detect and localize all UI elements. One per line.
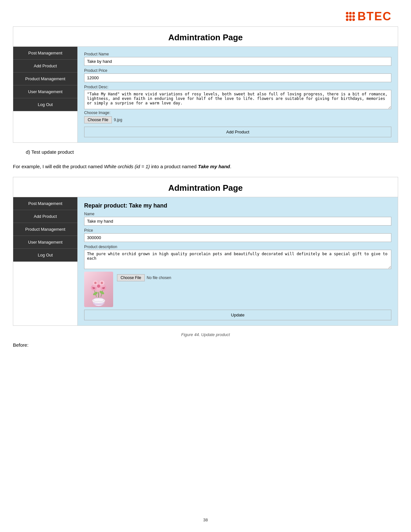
sidebar-item-logout[interactable]: Log Out bbox=[13, 98, 77, 111]
sidebar-item-user-management[interactable]: User Management bbox=[13, 85, 77, 98]
product-price-label: Product Price bbox=[84, 68, 391, 73]
main-content-1: Product Name Product Price Product Desc:… bbox=[78, 47, 398, 142]
logo: BTEC bbox=[346, 10, 392, 23]
sidebar-item-product-management[interactable]: Product Management bbox=[13, 73, 77, 85]
file-input-row-1: Choose File 9.jpg bbox=[84, 116, 391, 123]
file-name-display-1: 9.jpg bbox=[114, 118, 122, 122]
svg-point-8 bbox=[97, 285, 100, 288]
repair-heading: Repair product: Take my hand bbox=[84, 202, 391, 209]
product-description-textarea[interactable] bbox=[84, 250, 391, 269]
sidebar-2-item-user-management[interactable]: User Management bbox=[13, 236, 77, 249]
product-desc-textarea[interactable] bbox=[84, 90, 391, 109]
admin-panel-1: Admintration Page Post Management Add Pr… bbox=[13, 26, 398, 143]
choose-image-label: Choose Image: bbox=[84, 111, 391, 115]
page-number: 38 bbox=[13, 517, 398, 522]
sidebar-item-post-management[interactable]: Post Management bbox=[13, 47, 77, 60]
product-image-container: Choose File No file chosen bbox=[84, 272, 391, 307]
sidebar-2: Post Management Add Product Product Mana… bbox=[13, 197, 78, 325]
sidebar-2-item-post-management[interactable]: Post Management bbox=[13, 197, 77, 210]
italic-text-1: White orchids (id = 1) bbox=[104, 164, 150, 169]
update-button[interactable]: Update bbox=[84, 310, 391, 320]
admin-panel-2: Admintration Page Post Management Add Pr… bbox=[13, 177, 398, 326]
logo-dots-icon bbox=[346, 12, 355, 21]
svg-point-14 bbox=[94, 282, 97, 284]
test-update-item: d) Test update product bbox=[26, 149, 398, 155]
name-label: Name bbox=[84, 212, 391, 216]
product-price-input[interactable] bbox=[84, 73, 391, 82]
before-label: Before: bbox=[13, 342, 398, 348]
main-content-2: Repair product: Take my hand Name Price … bbox=[78, 197, 398, 325]
product-name-input[interactable] bbox=[84, 57, 391, 66]
price-input[interactable] bbox=[84, 233, 391, 242]
svg-point-19 bbox=[93, 285, 97, 287]
name-input[interactable] bbox=[84, 217, 391, 226]
file-chosen-display: No file chosen bbox=[147, 276, 171, 280]
doc-paragraph-1: For example, I will edit the product nam… bbox=[13, 163, 398, 170]
product-description-label: Product description bbox=[84, 245, 391, 249]
sidebar-2-item-logout[interactable]: Log Out bbox=[13, 249, 77, 262]
price-label: Price bbox=[84, 228, 391, 233]
svg-point-18 bbox=[97, 288, 100, 292]
add-product-submit-button[interactable]: Add Product bbox=[84, 127, 391, 137]
svg-point-21 bbox=[92, 298, 105, 303]
flower-bouquet-icon bbox=[84, 272, 113, 307]
panel-title-1: Admintration Page bbox=[13, 27, 398, 47]
choose-file-button-2[interactable]: Choose File bbox=[117, 274, 145, 281]
product-image bbox=[84, 272, 113, 307]
sidebar-1: Post Management Add Product Product Mana… bbox=[13, 47, 78, 142]
logo-text: BTEC bbox=[357, 10, 392, 23]
svg-point-20 bbox=[100, 285, 105, 287]
panel-title-2: Admintration Page bbox=[13, 177, 398, 197]
logo-area: BTEC bbox=[13, 6, 398, 26]
svg-point-16 bbox=[101, 282, 103, 284]
sidebar-2-item-product-management[interactable]: Product Management bbox=[13, 223, 77, 236]
panel-body-2: Post Management Add Product Product Mana… bbox=[13, 197, 398, 325]
svg-point-17 bbox=[97, 280, 100, 285]
sidebar-2-item-add-product[interactable]: Add Product bbox=[13, 210, 77, 223]
product-name-label: Product Name bbox=[84, 52, 391, 56]
figure-caption: Figure 44. Update product bbox=[13, 332, 398, 337]
product-desc-label: Product Desc: bbox=[84, 85, 391, 89]
italic-text-2: Take my hand bbox=[198, 164, 230, 169]
doc-section: d) Test update product For example, I wi… bbox=[13, 149, 398, 170]
file-input-row-2: Choose File No file chosen bbox=[117, 274, 171, 281]
sidebar-item-add-product[interactable]: Add Product bbox=[13, 60, 77, 73]
panel-body-1: Post Management Add Product Product Mana… bbox=[13, 47, 398, 142]
choose-file-button-1[interactable]: Choose File bbox=[84, 116, 112, 123]
svg-point-5 bbox=[93, 291, 98, 296]
